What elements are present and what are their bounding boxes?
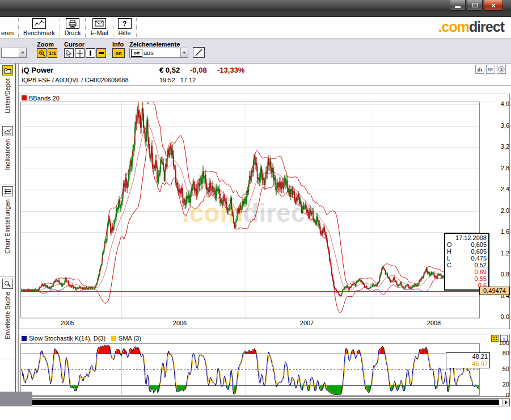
- zoom-group-label: Zoom: [37, 41, 54, 48]
- cursor-crosshair-button[interactable]: [75, 48, 85, 58]
- info-row-low: L0,475: [447, 255, 487, 262]
- quote-date-value: 17.12: [180, 77, 196, 83]
- draw-elements-value: aus: [143, 49, 180, 56]
- bbands-legend-swatch: [22, 95, 27, 100]
- close-button[interactable]: ×: [484, 0, 503, 11]
- instrument-dropdown[interactable]: [1, 48, 27, 58]
- toolbar-item-label: Benchmark: [23, 30, 55, 36]
- stochastic-d-value: 45,97: [448, 360, 488, 368]
- instrument-identifiers: IQPB.FSE / A0DQVL / CH0020609688: [22, 77, 129, 83]
- info-band-middle: 0,55: [447, 275, 487, 282]
- sidebar-tab-indikatoren[interactable]: Indikatoren: [0, 124, 15, 184]
- help-icon: ?: [118, 18, 132, 29]
- toolbar-separator: [60, 18, 60, 37]
- cursor-horizontal-line-button[interactable]: [96, 48, 106, 58]
- restore-button[interactable]: [467, 0, 483, 11]
- price-change-percent: -13,33%: [217, 66, 244, 74]
- window-controls: ×: [450, 0, 503, 11]
- toolbar-separator: [113, 18, 113, 37]
- time-axis-tick: 2005: [61, 320, 74, 326]
- toolbar-separator: [18, 18, 19, 37]
- info-row-open: O0,605: [447, 241, 487, 248]
- stochastic-info-box: 48,21 45,97: [446, 352, 490, 368]
- price-change-absolute: -0,08: [190, 66, 207, 74]
- sidebar-tab-label: Erweiterte Suche: [4, 291, 11, 341]
- bar-chart-view-button[interactable]: [475, 65, 484, 74]
- price-axis-tick: 3,6: [492, 122, 509, 129]
- draw-elements-off-button[interactable]: off: [131, 49, 142, 57]
- cursor-group-label: Cursor: [64, 41, 85, 48]
- chart-controls-toolbar: Zoom 1:1 Cursor Info on Zeichenelemente …: [0, 39, 511, 64]
- dropdown-arrow-icon[interactable]: [19, 48, 26, 57]
- arrow-cursor-icon: [66, 50, 72, 57]
- toolbar-item-partial[interactable]: eren: [0, 17, 18, 38]
- svg-text:S: S: [500, 68, 503, 72]
- scroll-right-button[interactable]: [502, 399, 509, 406]
- stochastic-axis-tick: 20: [492, 381, 509, 388]
- email-button[interactable]: E-Mail: [86, 17, 112, 38]
- corner-resize-block: [0, 392, 32, 406]
- info-on-button[interactable]: on: [112, 48, 125, 58]
- stochastic-panel: Slow Stochastik K(14), D(3) SMA (3) × 48…: [19, 334, 510, 397]
- stochastic-axis-tick: 80: [492, 350, 509, 356]
- price-axis-tick: 1,6: [492, 228, 509, 235]
- zoom-one-to-one-button[interactable]: 1:1: [48, 48, 57, 58]
- sidebar-tab-listen-depot[interactable]: Listen/Depot: [0, 64, 15, 124]
- logo-direct-part: direct: [469, 19, 504, 35]
- toolbar-separator: [136, 18, 137, 37]
- chart-application-window: × eren Benchmark Druck E-Mail: [0, 0, 511, 420]
- price-axis-tick: 2,4: [492, 186, 509, 192]
- price-axis-tick: 4,0: [492, 100, 509, 107]
- zoom-magnifier-button[interactable]: [37, 48, 47, 58]
- price-chart-canvas[interactable]: [20, 102, 480, 318]
- last-price: € 0,52: [159, 66, 180, 74]
- comdirect-logo: .comdirect: [438, 19, 504, 35]
- benchmark-button[interactable]: Benchmark: [19, 17, 59, 38]
- bar-chart-icon: [477, 66, 483, 72]
- stochastic-legend-label: Slow Stochastik K(14), D(3): [29, 335, 105, 342]
- scroll-right-icon: [505, 400, 508, 405]
- sidebar-tab-erweiterte-suche[interactable]: Erweiterte Suche: [0, 277, 15, 359]
- sidebar-divider[interactable]: [15, 64, 19, 406]
- draw-line-button[interactable]: [193, 47, 205, 58]
- info-group-label: Info: [112, 41, 124, 48]
- cursor-arrow-button[interactable]: [64, 48, 74, 58]
- settings-list-icon: [2, 186, 13, 196]
- time-axis-tick: 2007: [300, 320, 314, 326]
- folder-open-icon: [2, 65, 13, 75]
- price-axis-tick: 3,2: [492, 143, 509, 150]
- scrollbar-thumb[interactable]: [27, 400, 499, 405]
- currency-circle-icon: S: [498, 66, 505, 73]
- magnifier-icon: [2, 279, 13, 289]
- price-axis-tick: 2,0: [492, 207, 509, 214]
- quote-header: iQ Power IQPB.FSE / A0DQVL / CH002060968…: [19, 64, 511, 86]
- cursor-vertical-line-button[interactable]: [86, 48, 95, 58]
- draw-elements-group-label: Zeichenelemente: [129, 41, 180, 48]
- print-button[interactable]: Druck: [61, 17, 85, 38]
- dropdown-arrow-icon[interactable]: [180, 48, 188, 57]
- diagonal-line-icon: [195, 49, 202, 56]
- news-button[interactable]: N≡: [486, 65, 495, 74]
- help-button[interactable]: ? Hilfe: [114, 17, 136, 38]
- ohlc-info-box: 17.12.2008 O0,605 H0,605 L0,475 C0,52 0,…: [444, 233, 489, 291]
- currency-button[interactable]: S: [497, 65, 506, 74]
- stochastic-axis-tick: 50: [492, 366, 509, 372]
- stochastic-canvas[interactable]: [20, 343, 480, 396]
- horizontal-line-icon: [99, 52, 104, 54]
- sidebar-tab-chart-einstellungen[interactable]: Chart Einstellungen: [0, 184, 15, 277]
- time-axis-tick: 2006: [173, 320, 187, 326]
- vertical-line-icon: [90, 51, 91, 56]
- restore-icon: [472, 3, 478, 7]
- sidebar-tabs: Listen/Depot Indikatoren Chart Einstellu…: [0, 64, 15, 406]
- toolbar-item-label: Hilfe: [119, 30, 131, 36]
- draw-elements-dropdown[interactable]: off aus: [129, 48, 188, 58]
- price-axis-tick: 0,8: [492, 271, 509, 278]
- minimize-icon: [455, 6, 461, 8]
- magnifier-plus-icon: [39, 50, 45, 57]
- stochastic-legend-swatch: [22, 336, 27, 341]
- minimize-button[interactable]: [450, 0, 466, 11]
- toolbar-item-label: eren: [1, 30, 14, 36]
- top-toolbar: eren Benchmark Druck E-Mail ? Hilfe: [0, 17, 511, 39]
- toolbar-separator: [85, 18, 86, 37]
- time-range-scrollbar[interactable]: [19, 398, 510, 406]
